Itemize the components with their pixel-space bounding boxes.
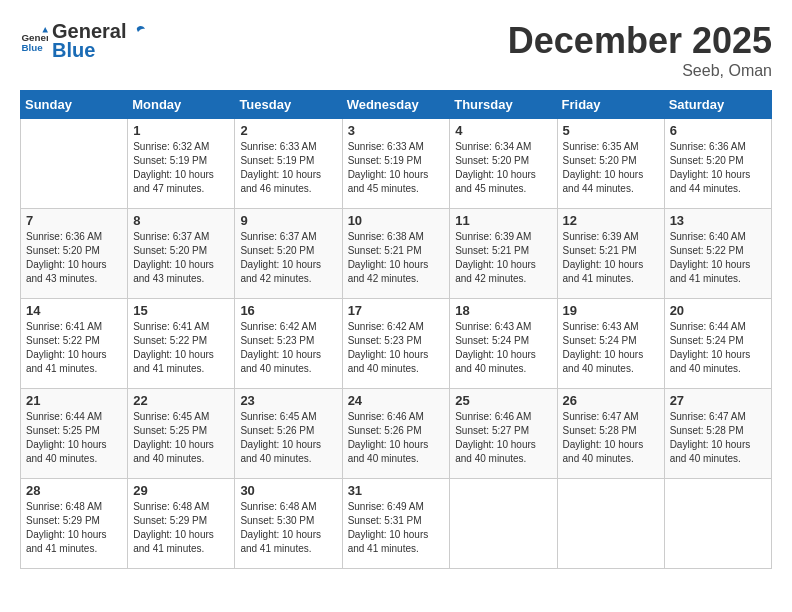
day-info: Sunrise: 6:44 AMSunset: 5:25 PMDaylight:… (26, 410, 122, 466)
page-header: General Blue General Blue December 2025 … (20, 20, 772, 80)
day-info: Sunrise: 6:32 AMSunset: 5:19 PMDaylight:… (133, 140, 229, 196)
day-info: Sunrise: 6:36 AMSunset: 5:20 PMDaylight:… (670, 140, 766, 196)
calendar-cell (664, 479, 771, 569)
day-number: 20 (670, 303, 766, 318)
calendar-cell: 15Sunrise: 6:41 AMSunset: 5:22 PMDayligh… (128, 299, 235, 389)
calendar-cell: 6Sunrise: 6:36 AMSunset: 5:20 PMDaylight… (664, 119, 771, 209)
day-number: 13 (670, 213, 766, 228)
calendar-cell: 13Sunrise: 6:40 AMSunset: 5:22 PMDayligh… (664, 209, 771, 299)
day-info: Sunrise: 6:42 AMSunset: 5:23 PMDaylight:… (240, 320, 336, 376)
calendar-cell: 9Sunrise: 6:37 AMSunset: 5:20 PMDaylight… (235, 209, 342, 299)
calendar-cell: 1Sunrise: 6:32 AMSunset: 5:19 PMDaylight… (128, 119, 235, 209)
day-number: 15 (133, 303, 229, 318)
logo-icon: General Blue (20, 27, 48, 55)
weekday-header-tuesday: Tuesday (235, 91, 342, 119)
day-info: Sunrise: 6:41 AMSunset: 5:22 PMDaylight:… (133, 320, 229, 376)
day-number: 22 (133, 393, 229, 408)
day-info: Sunrise: 6:39 AMSunset: 5:21 PMDaylight:… (455, 230, 551, 286)
day-number: 31 (348, 483, 445, 498)
logo: General Blue General Blue (20, 20, 146, 62)
calendar-cell: 18Sunrise: 6:43 AMSunset: 5:24 PMDayligh… (450, 299, 557, 389)
day-number: 6 (670, 123, 766, 138)
weekday-header-thursday: Thursday (450, 91, 557, 119)
calendar-cell: 12Sunrise: 6:39 AMSunset: 5:21 PMDayligh… (557, 209, 664, 299)
calendar-cell: 21Sunrise: 6:44 AMSunset: 5:25 PMDayligh… (21, 389, 128, 479)
weekday-header-wednesday: Wednesday (342, 91, 450, 119)
day-info: Sunrise: 6:47 AMSunset: 5:28 PMDaylight:… (670, 410, 766, 466)
day-number: 25 (455, 393, 551, 408)
day-info: Sunrise: 6:39 AMSunset: 5:21 PMDaylight:… (563, 230, 659, 286)
day-number: 24 (348, 393, 445, 408)
calendar-week-4: 21Sunrise: 6:44 AMSunset: 5:25 PMDayligh… (21, 389, 772, 479)
day-info: Sunrise: 6:48 AMSunset: 5:29 PMDaylight:… (26, 500, 122, 556)
calendar-cell: 14Sunrise: 6:41 AMSunset: 5:22 PMDayligh… (21, 299, 128, 389)
calendar-cell: 7Sunrise: 6:36 AMSunset: 5:20 PMDaylight… (21, 209, 128, 299)
day-number: 28 (26, 483, 122, 498)
calendar-cell: 27Sunrise: 6:47 AMSunset: 5:28 PMDayligh… (664, 389, 771, 479)
weekday-header-sunday: Sunday (21, 91, 128, 119)
calendar-cell: 8Sunrise: 6:37 AMSunset: 5:20 PMDaylight… (128, 209, 235, 299)
day-info: Sunrise: 6:33 AMSunset: 5:19 PMDaylight:… (348, 140, 445, 196)
day-number: 2 (240, 123, 336, 138)
calendar-cell: 19Sunrise: 6:43 AMSunset: 5:24 PMDayligh… (557, 299, 664, 389)
calendar-cell (450, 479, 557, 569)
day-info: Sunrise: 6:44 AMSunset: 5:24 PMDaylight:… (670, 320, 766, 376)
day-info: Sunrise: 6:36 AMSunset: 5:20 PMDaylight:… (26, 230, 122, 286)
day-info: Sunrise: 6:37 AMSunset: 5:20 PMDaylight:… (240, 230, 336, 286)
day-info: Sunrise: 6:42 AMSunset: 5:23 PMDaylight:… (348, 320, 445, 376)
day-info: Sunrise: 6:47 AMSunset: 5:28 PMDaylight:… (563, 410, 659, 466)
day-info: Sunrise: 6:35 AMSunset: 5:20 PMDaylight:… (563, 140, 659, 196)
day-info: Sunrise: 6:34 AMSunset: 5:20 PMDaylight:… (455, 140, 551, 196)
weekday-header-friday: Friday (557, 91, 664, 119)
day-number: 1 (133, 123, 229, 138)
calendar-cell: 31Sunrise: 6:49 AMSunset: 5:31 PMDayligh… (342, 479, 450, 569)
calendar-week-3: 14Sunrise: 6:41 AMSunset: 5:22 PMDayligh… (21, 299, 772, 389)
day-info: Sunrise: 6:49 AMSunset: 5:31 PMDaylight:… (348, 500, 445, 556)
day-info: Sunrise: 6:48 AMSunset: 5:29 PMDaylight:… (133, 500, 229, 556)
svg-marker-2 (42, 27, 48, 33)
day-info: Sunrise: 6:45 AMSunset: 5:26 PMDaylight:… (240, 410, 336, 466)
svg-text:Blue: Blue (21, 42, 43, 53)
day-number: 5 (563, 123, 659, 138)
day-number: 12 (563, 213, 659, 228)
calendar-table: SundayMondayTuesdayWednesdayThursdayFrid… (20, 90, 772, 569)
day-number: 21 (26, 393, 122, 408)
calendar-cell: 4Sunrise: 6:34 AMSunset: 5:20 PMDaylight… (450, 119, 557, 209)
calendar-cell: 11Sunrise: 6:39 AMSunset: 5:21 PMDayligh… (450, 209, 557, 299)
title-area: December 2025 Seeb, Oman (508, 20, 772, 80)
calendar-cell: 3Sunrise: 6:33 AMSunset: 5:19 PMDaylight… (342, 119, 450, 209)
calendar-week-5: 28Sunrise: 6:48 AMSunset: 5:29 PMDayligh… (21, 479, 772, 569)
calendar-cell: 23Sunrise: 6:45 AMSunset: 5:26 PMDayligh… (235, 389, 342, 479)
calendar-cell: 5Sunrise: 6:35 AMSunset: 5:20 PMDaylight… (557, 119, 664, 209)
calendar-week-1: 1Sunrise: 6:32 AMSunset: 5:19 PMDaylight… (21, 119, 772, 209)
day-number: 17 (348, 303, 445, 318)
weekday-header-saturday: Saturday (664, 91, 771, 119)
day-info: Sunrise: 6:40 AMSunset: 5:22 PMDaylight:… (670, 230, 766, 286)
day-number: 10 (348, 213, 445, 228)
day-info: Sunrise: 6:33 AMSunset: 5:19 PMDaylight:… (240, 140, 336, 196)
calendar-cell: 20Sunrise: 6:44 AMSunset: 5:24 PMDayligh… (664, 299, 771, 389)
day-info: Sunrise: 6:48 AMSunset: 5:30 PMDaylight:… (240, 500, 336, 556)
day-info: Sunrise: 6:45 AMSunset: 5:25 PMDaylight:… (133, 410, 229, 466)
calendar-cell (557, 479, 664, 569)
day-number: 23 (240, 393, 336, 408)
calendar-cell: 28Sunrise: 6:48 AMSunset: 5:29 PMDayligh… (21, 479, 128, 569)
day-info: Sunrise: 6:43 AMSunset: 5:24 PMDaylight:… (563, 320, 659, 376)
day-number: 16 (240, 303, 336, 318)
calendar-cell: 10Sunrise: 6:38 AMSunset: 5:21 PMDayligh… (342, 209, 450, 299)
day-number: 30 (240, 483, 336, 498)
day-info: Sunrise: 6:37 AMSunset: 5:20 PMDaylight:… (133, 230, 229, 286)
calendar-cell: 26Sunrise: 6:47 AMSunset: 5:28 PMDayligh… (557, 389, 664, 479)
day-info: Sunrise: 6:46 AMSunset: 5:26 PMDaylight:… (348, 410, 445, 466)
location: Seeb, Oman (508, 62, 772, 80)
weekday-header-row: SundayMondayTuesdayWednesdayThursdayFrid… (21, 91, 772, 119)
day-number: 18 (455, 303, 551, 318)
calendar-week-2: 7Sunrise: 6:36 AMSunset: 5:20 PMDaylight… (21, 209, 772, 299)
day-number: 4 (455, 123, 551, 138)
day-number: 7 (26, 213, 122, 228)
calendar-cell: 24Sunrise: 6:46 AMSunset: 5:26 PMDayligh… (342, 389, 450, 479)
day-number: 19 (563, 303, 659, 318)
day-number: 11 (455, 213, 551, 228)
day-number: 14 (26, 303, 122, 318)
calendar-cell: 22Sunrise: 6:45 AMSunset: 5:25 PMDayligh… (128, 389, 235, 479)
